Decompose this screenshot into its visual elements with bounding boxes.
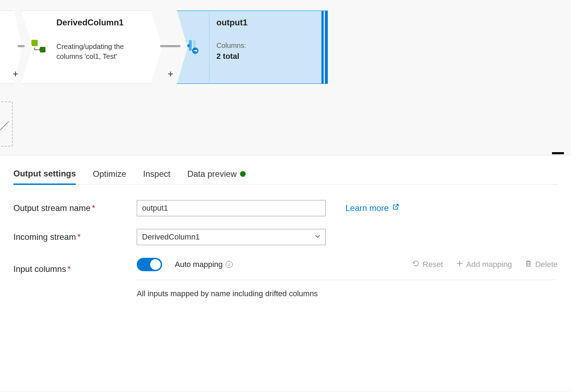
derived-column-icon [31,38,47,56]
selection-stripe [321,11,324,84]
svg-rect-0 [31,40,38,46]
input-columns-label: Input columns* [13,264,137,274]
node-columns-label: Columns: [216,42,317,50]
external-link-icon [392,203,399,213]
add-step-button[interactable]: + [11,70,20,78]
dataflow-canvas[interactable]: + DerivedColumn1 Creating/updating the c… [0,0,571,155]
reset-icon [412,260,420,269]
tab-data-preview[interactable]: Data preview [187,166,246,184]
settings-tabs: Output settings Optimize Inspect Data pr… [13,166,558,185]
tab-inspect[interactable]: Inspect [143,166,170,184]
selection-stripe [325,11,328,84]
output-stream-name-label: Output stream name* [13,203,137,213]
auto-mapping-toggle[interactable] [137,258,162,271]
placeholder-connector [0,130,10,139]
node-columns-value: 2 total [216,52,317,61]
incoming-stream-select[interactable]: DerivedColumn1 [137,229,326,245]
reset-button[interactable]: Reset [412,260,443,269]
trash-icon [524,260,532,269]
sink-icon [185,39,201,56]
tab-optimize[interactable]: Optimize [93,166,126,184]
add-mapping-button[interactable]: Add mapping [456,260,512,269]
info-icon[interactable]: i [226,261,233,268]
node-title: DerivedColumn1 [56,18,148,27]
node-title: output1 [216,18,317,27]
tab-output-settings[interactable]: Output settings [13,166,76,185]
svg-rect-1 [40,47,45,52]
auto-mapping-label: Auto mapping [175,260,223,269]
output-node-selected[interactable]: output1 Columns: 2 total [177,11,328,84]
node-description: Creating/updating the columns 'col1, Tes… [56,42,148,61]
delete-button[interactable]: Delete [524,260,558,269]
output-stream-name-input[interactable] [137,200,326,216]
tab-label: Data preview [187,169,237,179]
mapping-note: All inputs mapped by name including drif… [137,289,558,298]
incoming-stream-label: Incoming stream* [13,232,137,242]
add-step-button[interactable]: + [166,70,175,78]
plus-icon [456,260,463,269]
settings-panel: Output settings Optimize Inspect Data pr… [0,155,571,391]
derived-column-node[interactable]: DerivedColumn1 Creating/updating the col… [21,11,162,84]
panel-resize-handle[interactable] [552,152,564,154]
status-dot-icon [240,171,246,177]
learn-more-link[interactable]: Learn more [345,203,399,213]
